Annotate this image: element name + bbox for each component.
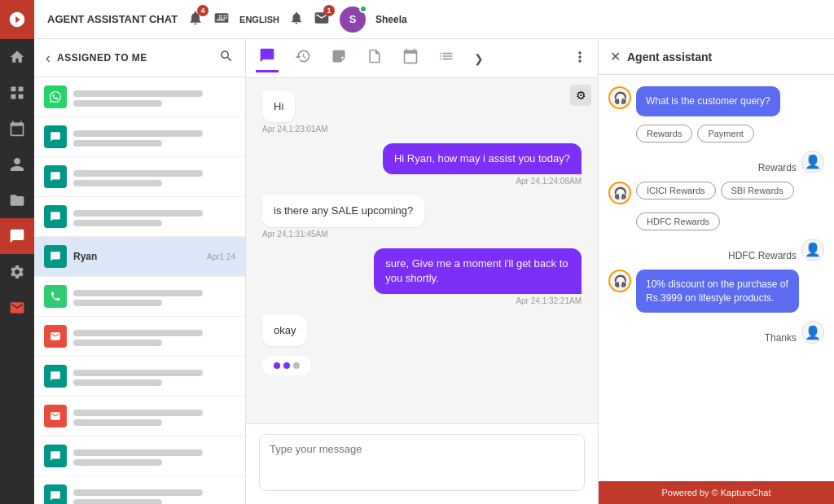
notification-icon-wrap[interactable]: 4	[187, 10, 204, 29]
typing-dot3	[293, 362, 300, 369]
user-reply-rewards: Rewards	[758, 162, 797, 173]
conv-info	[73, 366, 235, 386]
user-avatar-agent3: 👤	[801, 321, 824, 344]
chip-payment[interactable]: Payment	[697, 125, 753, 142]
chip-icici-rewards[interactable]: ICICI Rewards	[636, 182, 716, 199]
search-button[interactable]	[219, 49, 234, 67]
conv-info	[73, 287, 235, 306]
conv-icon-chat	[44, 205, 67, 228]
list-item[interactable]	[34, 317, 245, 357]
agent-msg-row-icici-row: 🎧 ICICI Rewards SBI Rewards	[608, 182, 824, 204]
list-item[interactable]	[34, 277, 245, 317]
list-item[interactable]	[34, 77, 245, 117]
list-item[interactable]	[34, 157, 245, 197]
chat-input[interactable]	[259, 434, 585, 491]
conv-icon-chat	[44, 125, 67, 148]
nav-item-settings[interactable]	[0, 254, 34, 290]
agent-panel-footer: Powered by © KaptureChat	[599, 481, 834, 504]
bot-avatar2: 🎧	[608, 182, 631, 204]
typing-indicator	[262, 356, 311, 375]
conv-icon-email	[44, 325, 67, 348]
tab-history[interactable]	[292, 45, 314, 72]
conv-preview-bar2	[73, 100, 162, 107]
message-bubble: sure, Give me a moment i'll get back to …	[374, 248, 582, 294]
message-bubble: is there any SALE upcoming?	[262, 195, 424, 226]
bot-avatar: 🎧	[608, 86, 631, 109]
conv-preview-bar2	[73, 459, 162, 466]
more-options-button[interactable]	[572, 49, 588, 68]
conv-icon-whatsapp	[44, 85, 67, 108]
conv-header: ‹ ASSIGNED TO ME	[34, 39, 245, 77]
list-item[interactable]	[34, 197, 245, 237]
agent-bubble-discount: 10% discount on the purchase of Rs.3999 …	[636, 270, 799, 313]
nav-item-chat[interactable]	[0, 218, 34, 254]
chat-messages: ⚙ Hi Apr 24,1:23:01AM Hi Ryan, how may i…	[246, 78, 598, 423]
conv-info	[73, 127, 235, 147]
nav-item-folder[interactable]	[0, 182, 34, 218]
user-avatar-agent: 👤	[801, 151, 824, 173]
chat-input-area	[246, 423, 598, 504]
settings-gear-button[interactable]: ⚙	[570, 85, 591, 106]
tab-notes[interactable]	[327, 45, 350, 72]
header-icons: 4 ENGLISH 1 S Sheela	[187, 7, 407, 33]
footer-text: Powered by © KaptureChat	[661, 488, 770, 497]
tab-more[interactable]: ❯	[471, 49, 487, 68]
nav-item-email[interactable]	[0, 290, 34, 326]
agent-panel-close-button[interactable]: ✕	[610, 49, 621, 64]
list-item[interactable]	[34, 397, 245, 436]
nav-item-grid[interactable]	[0, 75, 34, 111]
back-button[interactable]: ‹	[46, 50, 50, 67]
conv-info	[73, 327, 235, 346]
chip-sbi-rewards[interactable]: SBI Rewards	[721, 182, 794, 199]
conv-preview-bar	[73, 290, 203, 296]
tab-chat[interactable]	[256, 44, 279, 72]
tab-calendar[interactable]	[399, 45, 422, 72]
bell-icon[interactable]	[289, 11, 304, 28]
chip-hdfc-rewards[interactable]: HDFC Rewards	[636, 213, 720, 230]
message-bubble: Hi	[262, 91, 295, 122]
message-time: Apr 24,1:23:01AM	[262, 125, 328, 134]
conversations-sidebar: ‹ ASSIGNED TO ME	[34, 39, 246, 504]
conv-preview-bar	[73, 170, 203, 177]
agent-bubble-query: What is the customer query?	[636, 86, 780, 116]
conv-preview-bar	[73, 489, 203, 496]
nav-item-calendar[interactable]	[0, 111, 34, 147]
conv-info-ryan: Ryan	[73, 251, 200, 262]
conv-icon-phone	[44, 285, 67, 308]
nav-item-home[interactable]	[0, 39, 34, 75]
app-title: AGENT ASSISTANT CHAT	[47, 13, 178, 25]
chip-rewards[interactable]: Rewards	[636, 125, 692, 142]
app-logo	[0, 0, 34, 39]
keyboard-icon[interactable]	[213, 10, 230, 29]
mail-icon[interactable]: 1	[314, 10, 330, 29]
agent-msg-row-discount: 🎧 10% discount on the purchase of Rs.399…	[608, 270, 824, 313]
list-item[interactable]	[34, 476, 245, 504]
user-avatar-wrap[interactable]: S	[340, 7, 366, 33]
nav-item-person[interactable]	[0, 147, 34, 182]
message-row-okay: okay	[262, 315, 582, 346]
lang-selector[interactable]: ENGLISH	[239, 15, 279, 24]
conv-icon-chat	[44, 445, 67, 467]
conv-preview-bar	[73, 90, 203, 97]
conv-icon-chat	[44, 365, 67, 388]
conv-preview-bar	[73, 449, 203, 456]
list-item-ryan[interactable]: Ryan Apr1 24	[34, 237, 245, 277]
conv-date-ryan: Apr1 24	[207, 252, 235, 261]
conv-preview-bar	[73, 210, 203, 217]
message-time: Apr 24,1:24:08AM	[516, 177, 582, 186]
conv-info	[73, 406, 235, 426]
tab-files[interactable]	[363, 45, 386, 72]
chat-toolbar: ❯	[246, 39, 598, 78]
tab-list[interactable]	[435, 45, 458, 72]
conv-icon-chat	[44, 484, 67, 504]
message-row-moment: sure, Give me a moment i'll get back to …	[262, 248, 582, 305]
list-item[interactable]	[34, 357, 245, 397]
conv-info	[73, 167, 235, 186]
agent-msg-row-rewards: Rewards 👤	[608, 151, 824, 173]
chips-container-2: ICICI Rewards SBI Rewards	[636, 182, 794, 199]
conv-preview-bar2	[73, 499, 162, 504]
list-item[interactable]	[34, 436, 245, 476]
conv-icon-ryan	[44, 245, 67, 268]
list-item[interactable]	[34, 117, 245, 157]
conv-preview-bar2	[73, 419, 162, 426]
